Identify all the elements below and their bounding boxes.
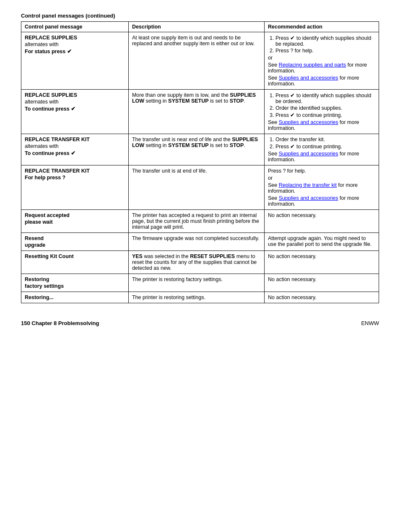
description-cell: The firmware upgrade was not completed s… — [128, 233, 264, 251]
description-cell: The transfer unit is at end of life. — [128, 165, 264, 210]
table-row: Request acceptedplease waitThe printer h… — [21, 210, 379, 233]
description-cell: The printer is restoring settings. — [128, 292, 264, 303]
page-footer: 150 Chapter 8 Problemsolving ENWW — [21, 320, 379, 326]
footer-right: ENWW — [361, 320, 379, 326]
action-cell: No action necessary. — [265, 251, 379, 274]
table-row: REPLACE TRANSFER KITalternates withTo co… — [21, 134, 379, 165]
description-cell: The transfer unit is near end of life an… — [128, 134, 264, 165]
message-cell: REPLACE TRANSFER KITalternates withTo co… — [21, 134, 129, 165]
message-cell: Request acceptedplease wait — [21, 210, 129, 233]
message-cell: Restoring... — [21, 292, 129, 303]
message-cell: REPLACE SUPPLIESalternates withTo contin… — [21, 90, 129, 134]
action-cell: No action necessary. — [265, 274, 379, 292]
col-header-description: Description — [128, 22, 264, 32]
table-row: REPLACE TRANSFER KITFor help press ?The … — [21, 165, 379, 210]
table-row: ResendupgradeThe firmware upgrade was no… — [21, 233, 379, 251]
message-cell: Resendupgrade — [21, 233, 129, 251]
table-row: REPLACE SUPPLIESalternates withTo contin… — [21, 90, 379, 134]
table-row: REPLACE SUPPLIESalternates withFor statu… — [21, 32, 379, 90]
description-cell: The printer is restoring factory setting… — [128, 274, 264, 292]
action-cell: Attempt upgrade again. You might need to… — [265, 233, 379, 251]
action-cell: Press ? for help.orSee Replacing the tra… — [265, 165, 379, 210]
action-cell: Press ✔ to identify which supplies shoul… — [265, 90, 379, 134]
table-row: Restoring...The printer is restoring set… — [21, 292, 379, 303]
description-cell: YES was selected in the RESET SUPPLIES m… — [128, 251, 264, 274]
table-row: Restoringfactory settingsThe printer is … — [21, 274, 379, 292]
footer-left: 150 Chapter 8 Problemsolving — [21, 320, 99, 326]
message-cell: Restoringfactory settings — [21, 274, 129, 292]
description-cell: More than one supply item is low, and th… — [128, 90, 264, 134]
action-cell: Order the transfer kit.Press ✔ to contin… — [265, 134, 379, 165]
action-cell: Press ✔ to identify which supplies shoul… — [265, 32, 379, 90]
page-heading: Control panel messages (continued) — [21, 13, 379, 19]
action-cell: No action necessary. — [265, 292, 379, 303]
col-header-action: Recommended action — [265, 22, 379, 32]
message-cell: REPLACE TRANSFER KITFor help press ? — [21, 165, 129, 210]
message-cell: REPLACE SUPPLIESalternates withFor statu… — [21, 32, 129, 90]
col-header-message: Control panel message — [21, 22, 129, 32]
control-panel-table: Control panel message Description Recomm… — [21, 21, 379, 303]
table-row: Resetting Kit CountYES was selected in t… — [21, 251, 379, 274]
description-cell: At least one supply item is out and need… — [128, 32, 264, 90]
message-cell: Resetting Kit Count — [21, 251, 129, 274]
description-cell: The printer has accepted a request to pr… — [128, 210, 264, 233]
action-cell: No action necessary. — [265, 210, 379, 233]
